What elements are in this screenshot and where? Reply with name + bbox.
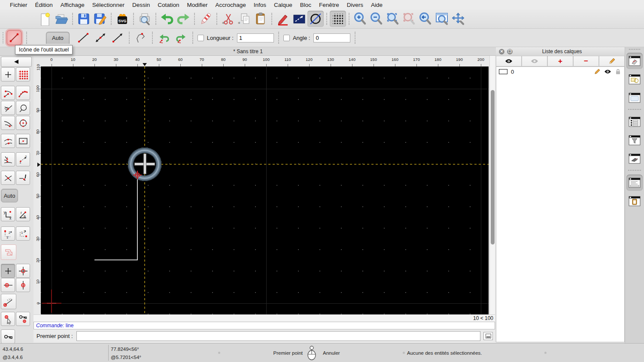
menu-item[interactable]: Infos [250,2,270,8]
menu-item[interactable]: Sélectionner [88,2,128,8]
snap-auto-button[interactable]: Auto [46,32,70,44]
redo-icon[interactable] [175,11,191,27]
menu-item[interactable]: Fenêtre [315,2,343,8]
lock-relative-zero-icon[interactable] [16,312,30,326]
restrict-vertical-icon[interactable] [16,278,30,292]
restrict-nothing-icon[interactable] [1,264,15,278]
layer-edit-icon[interactable] [594,69,600,75]
menu-item[interactable]: Accrochage [211,2,249,8]
layer-row[interactable]: 0 [496,67,624,76]
polyline-icon[interactable] [132,30,149,45]
menu-item[interactable]: Aide [367,2,386,8]
snap-on-entity-icon[interactable] [16,86,30,100]
document-tab[interactable]: * Sans titre 1 [0,47,496,56]
command-input[interactable] [76,331,480,341]
zoom-out-icon[interactable] [368,11,385,27]
command-options-button[interactable] [483,332,493,340]
pen-attributes-icon[interactable] [275,11,291,27]
snap-tangent-icon[interactable] [1,116,15,130]
zoom-auto-icon[interactable] [385,11,401,27]
snap-center-point-icon[interactable] [16,116,30,130]
snap-intersection-manual-icon[interactable] [16,171,30,185]
coordinate-cartesian-icon[interactable]: yx [1,207,15,221]
snap-free-icon[interactable] [1,67,15,81]
clipboard-window-icon[interactable] [626,193,643,209]
sequence-1-2-a-icon[interactable]: 12 [1,226,15,241]
dock-drag-handle[interactable] [629,49,640,51]
palette-auto-button[interactable]: Auto [1,189,18,202]
zoom-in-icon[interactable] [352,11,368,27]
line-attributes-icon[interactable] [291,11,307,27]
snap-endpoint-icon[interactable] [1,86,15,100]
snap-intersection-auto-icon[interactable] [1,152,15,166]
zoom-back-icon[interactable] [417,11,434,27]
polyline-undo-icon[interactable] [155,30,173,45]
toolbar-drag-handle[interactable] [3,32,3,43]
horizontal-scrollbar[interactable]: 10 < 100 [33,314,495,322]
length-input[interactable] [237,33,274,42]
snap-intersection-icon[interactable] [1,171,15,185]
add-layer-icon[interactable]: + [547,56,573,66]
remove-layer-icon[interactable]: − [573,56,599,66]
line-horizontal-vertical-icon[interactable] [109,30,126,45]
hide-all-layers-icon[interactable] [522,56,547,66]
menu-item[interactable]: Dessin [128,2,154,8]
set-relative-zero-icon[interactable] [1,312,15,326]
drawing-canvas[interactable] [41,66,489,314]
snap-distance-icon[interactable]: 12 [16,152,30,166]
vertical-scrollbar-thumb[interactable] [491,90,495,244]
coordinate-polar-icon[interactable]: ra [16,207,30,221]
float-panel-icon[interactable]: ❐ [507,49,513,54]
menu-item[interactable]: Modifier [183,2,211,8]
command-window-icon[interactable] [626,175,643,191]
menu-item[interactable]: Affichage [57,2,88,8]
new-file-icon[interactable] [37,11,53,27]
layer-list-window-icon[interactable] [626,53,643,69]
close-icon[interactable]: ✕ [499,49,504,54]
zoom-pan-icon[interactable] [450,11,466,27]
save-as-icon[interactable] [92,11,108,27]
snap-rectangle-icon[interactable] [16,134,30,148]
snap-center-icon[interactable] [1,101,15,115]
menu-item[interactable]: Fichier [6,2,31,8]
relative-zero-key-icon[interactable] [1,329,15,344]
restrict-horizontal-icon[interactable] [1,278,15,292]
delete-icon[interactable] [197,11,214,27]
paste-icon[interactable] [252,11,269,27]
snap-middle-icon[interactable] [1,134,15,148]
angle-checkbox[interactable] [283,35,290,41]
grid-toggle-icon[interactable] [330,11,346,27]
save-icon[interactable] [76,11,92,27]
snap-grid-icon[interactable] [16,67,30,81]
filter-window-icon[interactable] [626,132,643,148]
circle-attributes-icon[interactable] [307,11,324,27]
undo-icon[interactable] [159,11,175,27]
line-angle-icon[interactable] [92,30,109,45]
restrict-disabled-icon[interactable] [1,244,16,260]
print-preview-icon[interactable] [137,11,153,27]
copy-icon[interactable]: + [236,11,252,27]
menu-item[interactable]: Divers [343,2,367,8]
library-browser-window-icon[interactable] [626,90,643,106]
menu-item[interactable]: Bloc [296,2,315,8]
sequence-1-2-b-icon[interactable]: 12 [16,226,30,241]
restrict-orthogonal-icon[interactable] [16,264,30,278]
open-file-icon[interactable] [53,11,70,27]
zoom-window-icon[interactable] [434,11,450,27]
menu-item[interactable]: Calque [270,2,296,8]
pen-palette-window-icon[interactable] [626,151,643,167]
layer-color-swatch[interactable] [499,69,507,74]
block-list-window-icon[interactable] [626,71,643,87]
palette-back-button[interactable] [1,57,32,67]
line-two-points-icon[interactable] [75,30,92,45]
polyline-redo-icon[interactable] [173,30,190,45]
show-all-layers-icon[interactable] [496,56,522,66]
menu-item[interactable]: Édition [31,2,57,8]
layer-lock-icon[interactable] [615,69,621,75]
cut-icon[interactable]: + [220,11,236,27]
angle-gauge-icon[interactable] [1,294,16,309]
edit-layer-icon[interactable] [599,56,625,66]
vertical-scrollbar[interactable] [489,56,495,314]
menu-item[interactable]: Cotation [154,2,183,8]
length-checkbox[interactable] [197,35,204,41]
